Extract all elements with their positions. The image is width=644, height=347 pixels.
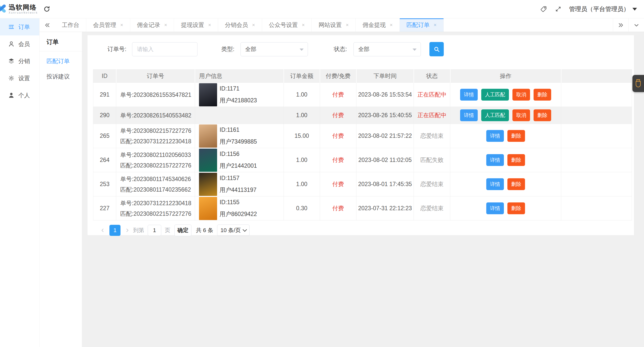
action-button-info-1[interactable]: 详情 (486, 202, 504, 214)
order-id-cell: 265 (93, 124, 116, 148)
goto-page-input[interactable] (148, 225, 161, 236)
action-button-danger-3[interactable]: 取消 (512, 89, 530, 101)
usb-icon (634, 78, 642, 89)
submenu-title: 订单 (39, 32, 82, 51)
user-info-cell: ID:1171用户42188023 (195, 83, 284, 107)
collapse-tabs-left-icon[interactable] (39, 18, 55, 32)
amount-cell: 1.00 (284, 107, 320, 124)
next-page-icon[interactable] (124, 228, 131, 233)
user-nickname: 用户42188023 (220, 97, 257, 104)
action-button-info-1[interactable]: 详情 (486, 178, 504, 190)
table-row: 253单号:202308011745340626匹配:2023080117402… (93, 172, 632, 196)
sidebar-item-3[interactable]: 分销 (0, 53, 39, 70)
action-button-danger-2[interactable]: 删除 (507, 130, 525, 142)
status-select[interactable]: 全部 (353, 42, 421, 56)
page-number-button[interactable]: 1 (109, 225, 120, 236)
sidebar-item-2[interactable]: 会员 (0, 35, 39, 53)
sidebar-item-5[interactable]: 个人 (0, 87, 39, 104)
tab-1[interactable]: 工作台 (55, 18, 86, 32)
actions-cell: 详情删除 (450, 172, 561, 196)
action-button-danger-4[interactable]: 删除 (534, 89, 551, 101)
tab-3[interactable]: 佣金记录× (130, 18, 174, 32)
user-nickname: 用户86029422 (220, 210, 257, 218)
user-avatar (199, 124, 217, 148)
action-button-success-2[interactable]: 人工匹配 (481, 109, 509, 121)
type-label: 类型: (221, 45, 234, 53)
order-id-cell: 253 (93, 172, 116, 196)
tab-4[interactable]: 提现设置× (174, 18, 218, 32)
tab-7[interactable]: 网站设置× (312, 18, 356, 32)
close-tab-icon[interactable]: × (346, 22, 349, 28)
tab-6[interactable]: 公众号设置× (262, 18, 312, 32)
column-header-9 (561, 70, 632, 83)
table-row: 290单号:2023082615405534821.00付费2023-08-26… (93, 107, 632, 124)
close-tab-icon[interactable]: × (208, 22, 211, 28)
top-header: 迅软网络 XunruanNetwork 管理员（平台管理员） (0, 0, 644, 18)
search-button[interactable] (429, 42, 444, 56)
user-id: ID:1161 (220, 126, 257, 133)
type-select[interactable]: 全部 (240, 42, 308, 56)
scroll-tabs-right-icon[interactable] (613, 18, 628, 32)
close-tab-icon[interactable]: × (302, 22, 305, 28)
user-nickname: 用户44113197 (220, 186, 257, 194)
tab-label: 佣金记录 (137, 21, 160, 29)
sidebar-item-label: 分销 (18, 57, 30, 65)
close-tab-icon[interactable]: × (434, 22, 437, 28)
user-avatar (199, 197, 217, 220)
page-size-select[interactable]: 10 条/页 (217, 225, 250, 236)
tab-label: 分销会员 (225, 21, 248, 29)
action-button-info-1[interactable]: 详情 (460, 89, 478, 101)
actions-cell: 详情删除 (450, 148, 561, 172)
action-button-danger-3[interactable]: 取消 (512, 109, 530, 121)
prev-page-icon[interactable] (99, 228, 106, 233)
action-button-info-1[interactable]: 详情 (486, 154, 504, 166)
user-id: ID:1171 (220, 85, 257, 92)
sidebar-item-4[interactable]: 设置 (0, 70, 39, 87)
user-nickname: 用户21442001 (220, 162, 257, 170)
user-avatar (199, 173, 217, 196)
order-no-input[interactable] (132, 42, 197, 56)
sidebar-item-label: 设置 (18, 74, 30, 82)
theme-panel-toggle[interactable] (632, 75, 644, 92)
chevron-down-icon (243, 228, 247, 232)
submenu-item-1[interactable]: 匹配订单 (39, 51, 82, 67)
confirm-page-button[interactable]: 确定 (174, 225, 191, 236)
tab-options-chevron-icon[interactable] (628, 18, 644, 32)
tab-label: 工作台 (62, 21, 79, 29)
action-button-danger-2[interactable]: 删除 (507, 202, 525, 214)
tab-9[interactable]: 匹配订单× (400, 18, 444, 32)
column-header-3: 用户信息 (195, 70, 284, 83)
close-tab-icon[interactable]: × (164, 22, 167, 28)
tab-bar: 工作台会员管理×佣金记录×提现设置×分销会员×公众号设置×网站设置×佣金提现×匹… (39, 18, 644, 32)
tab-label: 会员管理 (93, 21, 116, 29)
action-button-danger-4[interactable]: 删除 (534, 109, 551, 121)
user-info-cell (195, 107, 284, 124)
sidebar-item-1[interactable]: 订单 (0, 18, 39, 35)
tab-2[interactable]: 会员管理× (86, 18, 130, 32)
fullscreen-icon[interactable] (551, 0, 566, 18)
user-avatar (199, 83, 217, 106)
tag-icon[interactable] (536, 0, 551, 18)
close-tab-icon[interactable]: × (252, 22, 255, 28)
user-menu[interactable]: 管理员（平台管理员） (566, 0, 644, 18)
close-tab-icon[interactable]: × (390, 22, 393, 28)
main-content: 订单号: 类型: 全部 状态: 全部 (82, 32, 644, 347)
action-button-info-1[interactable]: 详情 (486, 130, 504, 142)
fee-type-cell: 付费 (320, 124, 356, 148)
user-id: ID:1157 (220, 175, 257, 182)
submenu-item-2[interactable]: 投诉建议 (39, 67, 82, 82)
tab-5[interactable]: 分销会员× (218, 18, 262, 32)
refresh-icon[interactable] (39, 0, 54, 18)
user-info-cell: ID:1161用户73499885 (195, 124, 284, 148)
action-button-success-2[interactable]: 人工匹配 (481, 89, 509, 101)
action-button-danger-2[interactable]: 删除 (507, 178, 525, 190)
tab-8[interactable]: 佣金提现× (356, 18, 400, 32)
order-id-cell: 290 (93, 107, 116, 124)
action-button-info-1[interactable]: 详情 (460, 109, 478, 121)
order-no-line: 单号:202308021102056033 (120, 150, 195, 160)
user-nickname: 用户73499885 (220, 138, 257, 146)
fee-type-cell: 付费 (320, 196, 356, 221)
close-tab-icon[interactable]: × (120, 22, 123, 28)
empty-cell (561, 107, 632, 124)
action-button-danger-2[interactable]: 删除 (507, 154, 525, 166)
